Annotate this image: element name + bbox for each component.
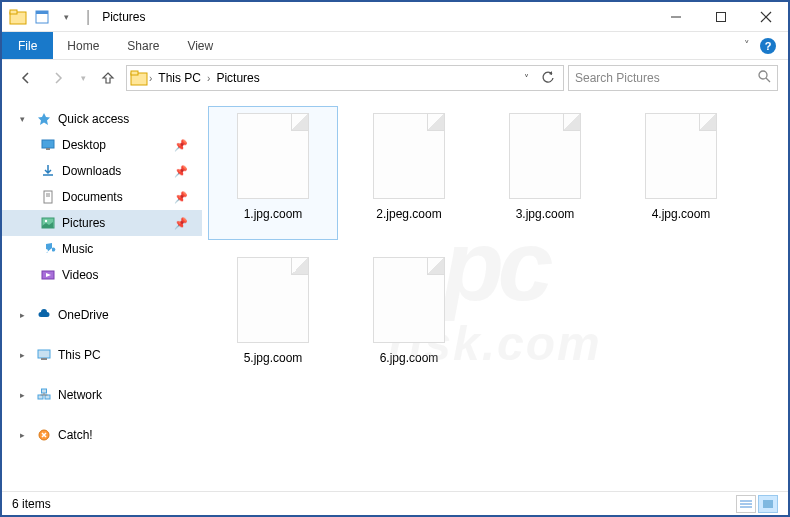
search-input[interactable]: Search Pictures bbox=[568, 65, 778, 91]
file-name: 3.jpg.coom bbox=[516, 207, 575, 221]
item-count: 6 items bbox=[12, 497, 51, 511]
svg-point-10 bbox=[759, 71, 767, 79]
file-thumbnail bbox=[509, 113, 581, 199]
ribbon-expand-icon[interactable]: ˅ bbox=[744, 39, 750, 52]
file-item[interactable]: 6.jpg.coom bbox=[344, 250, 474, 384]
file-name: 5.jpg.coom bbox=[244, 351, 303, 365]
svg-rect-1 bbox=[10, 10, 17, 14]
minimize-button[interactable] bbox=[653, 3, 698, 31]
sidebar-item-network[interactable]: ▸Network bbox=[2, 382, 202, 408]
tab-view[interactable]: View bbox=[173, 32, 227, 59]
tab-share[interactable]: Share bbox=[113, 32, 173, 59]
details-view-button[interactable] bbox=[736, 495, 756, 513]
svg-rect-13 bbox=[46, 148, 50, 150]
file-item[interactable]: 3.jpg.coom bbox=[480, 106, 610, 240]
file-thumbnail bbox=[373, 113, 445, 199]
sidebar-item-label: Documents bbox=[62, 190, 123, 204]
pin-icon: 📌 bbox=[174, 165, 188, 178]
status-bar: 6 items bbox=[2, 491, 788, 515]
file-name: 4.jpg.coom bbox=[652, 207, 711, 221]
file-name: 6.jpg.coom bbox=[380, 351, 439, 365]
tab-home[interactable]: Home bbox=[53, 32, 113, 59]
pin-icon: 📌 bbox=[174, 139, 188, 152]
svg-rect-24 bbox=[42, 389, 47, 393]
sidebar-item-label: Downloads bbox=[62, 164, 121, 178]
sidebar-item-label: Music bbox=[62, 242, 93, 256]
sidebar-item-thispc[interactable]: ▸This PC bbox=[2, 342, 202, 368]
window-title: Pictures bbox=[102, 10, 145, 24]
sidebar-item-label: Videos bbox=[62, 268, 98, 282]
file-tab[interactable]: File bbox=[2, 32, 53, 59]
file-item[interactable]: 4.jpg.coom bbox=[616, 106, 746, 240]
chevron-right-icon: ▸ bbox=[20, 430, 30, 440]
svg-line-11 bbox=[766, 78, 770, 82]
search-icon bbox=[758, 70, 771, 86]
address-dropdown-icon[interactable]: ˅ bbox=[515, 73, 537, 84]
onedrive-icon bbox=[36, 307, 52, 323]
qat-properties-icon[interactable] bbox=[34, 9, 50, 25]
sidebar-item-label: Network bbox=[58, 388, 102, 402]
sidebar-item-onedrive[interactable]: ▸OneDrive bbox=[2, 302, 202, 328]
file-item[interactable]: 5.jpg.coom bbox=[208, 250, 338, 384]
sidebar-item-videos[interactable]: Videos bbox=[2, 262, 202, 288]
pictures-icon bbox=[40, 215, 56, 231]
pin-icon: 📌 bbox=[174, 217, 188, 230]
main-area: ▾ Quick access Desktop📌Downloads📌Documen… bbox=[2, 96, 788, 491]
file-item[interactable]: 2.jpeg.coom bbox=[344, 106, 474, 240]
desktop-icon bbox=[40, 137, 56, 153]
file-name: 1.jpg.coom bbox=[244, 207, 303, 221]
titlebar: ▾ | Pictures bbox=[2, 2, 788, 32]
pin-icon: 📌 bbox=[174, 191, 188, 204]
breadcrumb-thispc[interactable]: This PC bbox=[154, 71, 205, 85]
documents-icon bbox=[40, 189, 56, 205]
chevron-right-icon[interactable]: › bbox=[205, 73, 212, 84]
file-thumbnail bbox=[237, 257, 309, 343]
sidebar-quick-access[interactable]: ▾ Quick access bbox=[2, 106, 202, 132]
sidebar-item-label: Catch! bbox=[58, 428, 93, 442]
breadcrumb-pictures[interactable]: Pictures bbox=[212, 71, 263, 85]
ribbon: File Home Share View ˅ ? bbox=[2, 32, 788, 60]
close-button[interactable] bbox=[743, 3, 788, 31]
maximize-button[interactable] bbox=[698, 3, 743, 31]
sidebar-item-pictures[interactable]: Pictures📌 bbox=[2, 210, 202, 236]
network-icon bbox=[36, 387, 52, 403]
chevron-down-icon: ▾ bbox=[20, 114, 30, 124]
qat-dropdown-icon[interactable]: ▾ bbox=[58, 9, 74, 25]
address-bar[interactable]: › This PC › Pictures ˅ bbox=[126, 65, 564, 91]
svg-rect-14 bbox=[44, 191, 52, 203]
sidebar-item-label: OneDrive bbox=[58, 308, 109, 322]
chevron-right-icon: ▸ bbox=[20, 310, 30, 320]
file-item[interactable]: 1.jpg.coom bbox=[208, 106, 338, 240]
svg-rect-22 bbox=[38, 395, 43, 399]
sidebar-item-downloads[interactable]: Downloads📌 bbox=[2, 158, 202, 184]
refresh-button[interactable] bbox=[537, 71, 559, 85]
chevron-right-icon[interactable]: › bbox=[147, 73, 154, 84]
svg-point-18 bbox=[45, 220, 47, 222]
file-name: 2.jpeg.coom bbox=[376, 207, 441, 221]
star-icon bbox=[36, 111, 52, 127]
sidebar-item-label: Quick access bbox=[58, 112, 129, 126]
file-list[interactable]: pcrisk.com 1.jpg.coom2.jpeg.coom3.jpg.co… bbox=[202, 96, 788, 491]
sidebar-item-label: Pictures bbox=[62, 216, 105, 230]
recent-dropdown[interactable]: ▾ bbox=[76, 64, 90, 92]
catch-icon bbox=[36, 427, 52, 443]
sidebar-item-catch[interactable]: ▸Catch! bbox=[2, 422, 202, 448]
sidebar-item-desktop[interactable]: Desktop📌 bbox=[2, 132, 202, 158]
folder-icon bbox=[131, 70, 147, 86]
thumbnails-view-button[interactable] bbox=[758, 495, 778, 513]
sidebar-item-label: This PC bbox=[58, 348, 101, 362]
svg-rect-20 bbox=[38, 350, 50, 358]
music-icon bbox=[40, 241, 56, 257]
search-placeholder: Search Pictures bbox=[575, 71, 758, 85]
sidebar-item-label: Desktop bbox=[62, 138, 106, 152]
title-separator: | bbox=[86, 8, 90, 26]
forward-button[interactable] bbox=[44, 64, 72, 92]
back-button[interactable] bbox=[12, 64, 40, 92]
file-thumbnail bbox=[237, 113, 309, 199]
sidebar-item-documents[interactable]: Documents📌 bbox=[2, 184, 202, 210]
navigation-row: ▾ › This PC › Pictures ˅ Search Pictures bbox=[2, 60, 788, 96]
videos-icon bbox=[40, 267, 56, 283]
help-icon[interactable]: ? bbox=[760, 38, 776, 54]
sidebar-item-music[interactable]: Music bbox=[2, 236, 202, 262]
up-button[interactable] bbox=[94, 64, 122, 92]
